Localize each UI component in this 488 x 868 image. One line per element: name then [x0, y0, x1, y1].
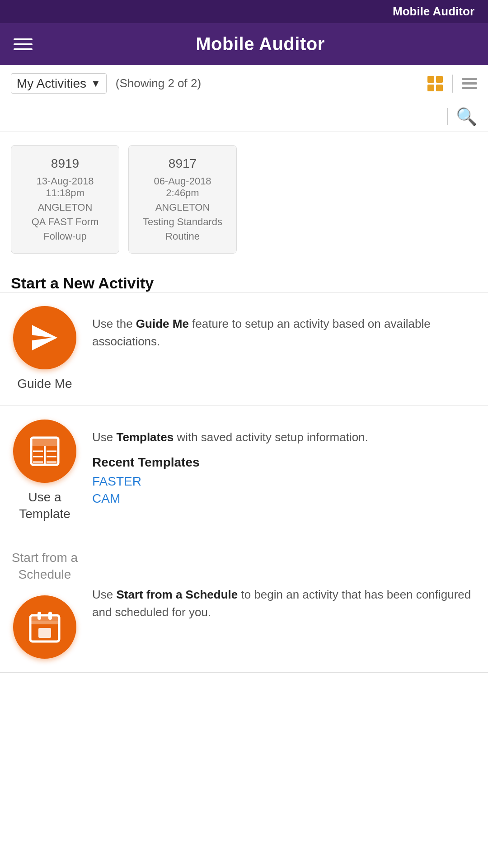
schedule-icon	[27, 609, 63, 645]
card-form: Testing Standards	[138, 216, 227, 228]
start-schedule-label-top: Start from a Schedule	[12, 550, 78, 583]
use-template-button[interactable]	[13, 420, 76, 483]
table-row[interactable]: 8919 13-Aug-2018 11:18pm ANGLETON QA FAS…	[11, 145, 119, 254]
activity-select-wrapper[interactable]: My Activities ▼	[11, 73, 107, 94]
recent-templates-section: Recent Templates FASTER CAM	[92, 455, 477, 506]
svg-rect-14	[48, 612, 52, 620]
card-location: ANGLETON	[138, 202, 227, 213]
card-id: 8917	[138, 156, 227, 171]
svg-marker-0	[32, 325, 57, 350]
template-cam-link[interactable]: CAM	[92, 491, 477, 506]
template-faster-link[interactable]: FASTER	[92, 474, 477, 489]
guide-me-label: Guide Me	[17, 376, 72, 392]
cards-container: 8919 13-Aug-2018 11:18pm ANGLETON QA FAS…	[0, 132, 488, 267]
use-template-content: Use Templates with saved activity setup …	[92, 420, 477, 509]
guide-me-icon-wrap: Guide Me	[11, 306, 79, 392]
start-schedule-desc: Use Start from a Schedule to begin an ac…	[92, 586, 477, 621]
card-type: Routine	[138, 231, 227, 242]
card-date: 06-Aug-2018 2:46pm	[138, 175, 227, 199]
use-template-desc: Use Templates with saved activity setup …	[92, 429, 477, 446]
svg-rect-15	[38, 628, 51, 638]
status-bar: Mobile Auditor	[0, 0, 488, 23]
start-schedule-icon-wrap: Start from a Schedule	[11, 550, 79, 659]
start-schedule-row: Start from a Schedule Use Start from a S…	[0, 536, 488, 673]
guide-me-button[interactable]	[13, 306, 76, 369]
showing-count: (Showing 2 of 2)	[116, 76, 201, 90]
chevron-down-icon: ▼	[91, 78, 101, 90]
recent-templates-label: Recent Templates	[92, 455, 477, 470]
grid-view-icon[interactable]	[427, 76, 443, 91]
start-schedule-button[interactable]	[13, 595, 76, 659]
header: Mobile Auditor	[0, 23, 488, 65]
card-id: 8919	[20, 156, 110, 171]
search-row-divider	[447, 108, 448, 125]
menu-icon[interactable]	[14, 38, 33, 50]
search-icon[interactable]: 🔍	[456, 107, 477, 127]
guide-me-desc: Use the Guide Me feature to setup an act…	[92, 315, 477, 350]
svg-rect-12	[30, 621, 59, 624]
activity-select[interactable]: My Activities	[17, 76, 87, 90]
template-icon	[27, 433, 63, 469]
card-date: 13-Aug-2018 11:18pm	[20, 175, 110, 199]
use-template-label: Use a Template	[19, 489, 70, 522]
header-title: Mobile Auditor	[46, 34, 474, 54]
guide-me-content: Use the Guide Me feature to setup an act…	[92, 306, 477, 350]
use-template-row: Use a Template Use Templates with saved …	[0, 406, 488, 536]
card-form: QA FAST Form	[20, 216, 110, 228]
new-activity-heading: Start a New Activity	[0, 267, 488, 292]
card-type: Follow-up	[20, 231, 110, 242]
paperplane-icon	[28, 321, 61, 354]
toolbar: My Activities ▼ (Showing 2 of 2)	[0, 65, 488, 102]
toolbar-divider	[452, 75, 453, 93]
svg-rect-2	[31, 438, 58, 446]
svg-rect-13	[38, 612, 41, 620]
search-row: 🔍	[0, 102, 488, 132]
app-name-status: Mobile Auditor	[393, 5, 474, 18]
list-view-icon[interactable]	[462, 78, 477, 89]
guide-me-row: Guide Me Use the Guide Me feature to set…	[0, 292, 488, 406]
start-schedule-content: Use Start from a Schedule to begin an ac…	[92, 550, 477, 621]
use-template-icon-wrap: Use a Template	[11, 420, 79, 522]
table-row[interactable]: 8917 06-Aug-2018 2:46pm ANGLETON Testing…	[128, 145, 237, 254]
card-location: ANGLETON	[20, 202, 110, 213]
toolbar-right	[427, 75, 477, 93]
